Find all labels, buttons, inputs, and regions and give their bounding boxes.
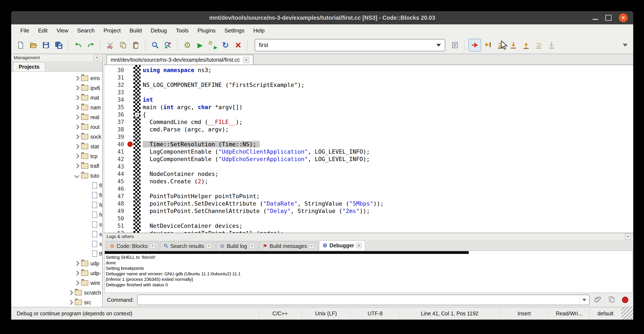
chevron-right-icon[interactable]	[75, 86, 79, 90]
build-and-run-button[interactable]: ⚙▶	[207, 39, 219, 51]
chevron-right-icon[interactable]	[75, 116, 79, 119]
menu-debug[interactable]: Debug	[146, 27, 172, 34]
rebuild-button[interactable]: ↻	[220, 39, 232, 51]
breakpoint-gutter[interactable]	[126, 142, 133, 147]
next-line-button[interactable]	[495, 39, 506, 51]
tree-item-six[interactable]: six	[11, 239, 102, 249]
menu-build[interactable]: Build	[125, 27, 146, 34]
tree-item-src[interactable]: src	[11, 297, 102, 307]
step-out-button[interactable]	[520, 39, 532, 51]
menu-project[interactable]: Project	[99, 27, 125, 34]
tree-item-se[interactable]: se	[11, 220, 102, 229]
save-button[interactable]	[40, 39, 52, 51]
run-button[interactable]: ▶	[194, 39, 206, 51]
close-icon[interactable]: ×	[619, 13, 628, 22]
tree-item-stat[interactable]: stat	[11, 142, 102, 151]
log-tab-code-blocks[interactable]: ⚙Code::Blocks×	[106, 241, 159, 250]
tree-item-se[interactable]: se	[11, 229, 102, 239]
build-button[interactable]: ⚙	[182, 39, 193, 51]
target-options-button[interactable]	[449, 39, 461, 51]
log-tab-search-results[interactable]: Search results×	[160, 241, 215, 250]
step-into-button[interactable]	[508, 39, 519, 51]
tree-item-udp-[interactable]: udp-	[11, 268, 102, 278]
tree-item-ipv6[interactable]: ipv6	[11, 83, 102, 93]
menu-file[interactable]: File	[16, 27, 34, 34]
tree-item-fir[interactable]: fir	[11, 190, 102, 200]
tree-item-tuto[interactable]: tuto	[11, 171, 102, 181]
build-target-combo[interactable]: first	[255, 39, 445, 51]
tree-item-sock[interactable]: sock	[11, 132, 102, 142]
tree-item-rout[interactable]: rout	[11, 122, 102, 132]
chevron-right-icon[interactable]	[75, 155, 79, 158]
debug-continue-button[interactable]	[468, 39, 481, 52]
copy-button[interactable]	[117, 39, 129, 51]
replace-button[interactable]	[162, 39, 174, 51]
copy-log-button[interactable]	[606, 295, 617, 305]
chevron-right-icon[interactable]	[75, 271, 79, 275]
tree-item-udp[interactable]: udp	[11, 258, 102, 268]
undo-button[interactable]	[72, 39, 84, 51]
close-management-icon[interactable]: ×	[94, 55, 100, 61]
tree-item-wire[interactable]: wire	[11, 278, 102, 288]
close-tab-icon[interactable]: ×	[356, 243, 362, 248]
chevron-right-icon[interactable]	[75, 125, 79, 129]
menu-settings[interactable]: Settings	[220, 27, 249, 34]
step-into-instruction-button[interactable]	[546, 39, 558, 51]
tree-item-fo[interactable]: fo	[11, 200, 102, 210]
chevron-right-icon[interactable]	[75, 96, 79, 99]
close-tab-icon[interactable]: ×	[309, 243, 314, 249]
chevron-right-icon[interactable]	[75, 164, 79, 168]
close-tab-icon[interactable]: ×	[249, 243, 254, 249]
chevron-right-icon[interactable]	[75, 135, 79, 138]
save-all-button[interactable]	[53, 39, 64, 51]
tab-projects[interactable]: Projects	[13, 62, 45, 71]
chevron-right-icon[interactable]	[75, 77, 79, 80]
title-bar[interactable]: mnt/dev/tools/source/ns-3-dev/examples/t…	[11, 11, 633, 24]
close-tab-icon[interactable]: ×	[150, 243, 155, 249]
paste-button[interactable]	[130, 39, 142, 51]
run-to-cursor-button[interactable]	[482, 39, 494, 51]
chevron-right-icon[interactable]	[75, 262, 79, 265]
menu-plugins[interactable]: Plugins	[193, 27, 220, 34]
log-tab-debugger[interactable]: ⚙Debugger×	[319, 240, 365, 250]
stop-debugger-button[interactable]	[620, 295, 630, 305]
selected-log-row[interactable]	[105, 251, 469, 254]
menu-tools[interactable]: Tools	[171, 27, 193, 34]
code-editor[interactable]: 30using namespace ns3;3132NS_LOG_COMPONE…	[104, 65, 633, 233]
tree-item-th[interactable]: th	[11, 249, 102, 258]
menu-edit[interactable]: Edit	[34, 27, 52, 34]
tree-item-erro[interactable]: erro	[11, 73, 102, 83]
chevron-right-icon[interactable]	[68, 291, 72, 294]
open-file-button[interactable]	[27, 39, 39, 51]
tree-item-fif[interactable]: fif	[11, 181, 102, 190]
menu-help[interactable]: Help	[249, 27, 269, 34]
next-instruction-button[interactable]	[533, 39, 545, 51]
chevron-down-icon[interactable]	[75, 174, 79, 177]
close-logs-icon[interactable]: ×	[625, 234, 631, 239]
close-tab-icon[interactable]: ×	[206, 243, 212, 249]
new-file-button[interactable]	[14, 39, 26, 51]
tree-item-mat[interactable]: mat	[11, 93, 102, 103]
minimize-icon[interactable]	[592, 19, 598, 20]
debugger-log-list[interactable]: Setting SHELL to '/bin/sh'doneSetting br…	[104, 251, 632, 293]
abort-build-button[interactable]	[232, 39, 244, 51]
chevron-right-icon[interactable]	[68, 301, 72, 304]
send-command-button[interactable]	[593, 295, 603, 305]
tree-item-real[interactable]: real	[11, 112, 102, 122]
maximize-icon[interactable]	[605, 15, 612, 21]
chevron-right-icon[interactable]	[75, 106, 79, 109]
redo-button[interactable]	[85, 39, 97, 51]
fold-collapse-icon[interactable]: −	[134, 112, 140, 117]
log-tab-build-log[interactable]: ⚙Build log×	[216, 241, 258, 250]
chevron-right-icon[interactable]	[75, 145, 79, 148]
close-tab-icon[interactable]: ×	[243, 57, 249, 63]
command-input[interactable]	[137, 294, 590, 305]
find-button[interactable]	[149, 39, 161, 51]
tree-item-he[interactable]: he	[11, 210, 102, 220]
cut-button[interactable]	[104, 39, 116, 51]
chevron-right-icon[interactable]	[75, 281, 79, 285]
toolbar-overflow-chevron-icon[interactable]	[622, 44, 628, 47]
tree-item-trafl[interactable]: trafl	[11, 161, 102, 171]
breakpoint-icon[interactable]	[128, 142, 133, 147]
tree-item-scratch[interactable]: scratch	[11, 288, 102, 297]
